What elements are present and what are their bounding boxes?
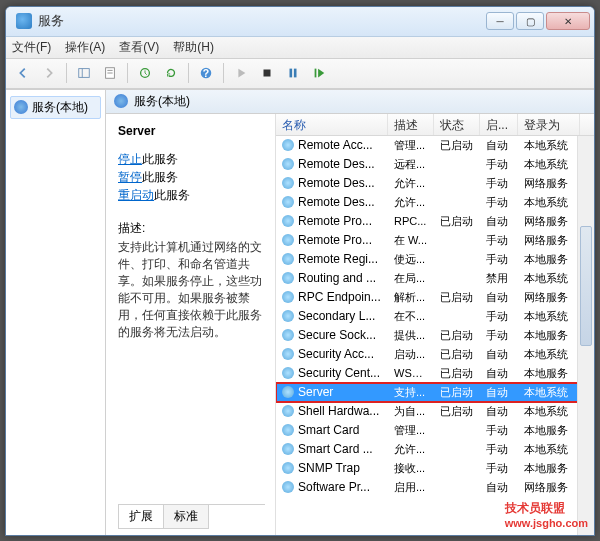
service-name: Secure Sock... bbox=[298, 328, 376, 342]
service-row[interactable]: Secure Sock...提供...已启动手动本地服务 bbox=[276, 326, 594, 345]
service-row[interactable]: Secondary L...在不...手动本地系统 bbox=[276, 307, 594, 326]
service-row[interactable]: Routing and ...在局...禁用本地系统 bbox=[276, 269, 594, 288]
maximize-button[interactable]: ▢ bbox=[516, 12, 544, 30]
service-desc: 启动... bbox=[388, 347, 434, 362]
show-hide-tree-button[interactable] bbox=[73, 62, 95, 84]
menu-view[interactable]: 查看(V) bbox=[119, 39, 159, 56]
service-icon bbox=[282, 348, 294, 360]
description-text: 支持此计算机通过网络的文件、打印、和命名管道共享。如果服务停止，这些功能不可用。… bbox=[118, 239, 265, 341]
nav-services-local[interactable]: 服务(本地) bbox=[10, 96, 101, 119]
service-row[interactable]: Remote Des...远程...手动本地系统 bbox=[276, 155, 594, 174]
titlebar[interactable]: 服务 ─ ▢ ✕ bbox=[6, 7, 594, 37]
stop-link[interactable]: 停止 bbox=[118, 152, 142, 166]
menu-file[interactable]: 文件(F) bbox=[12, 39, 51, 56]
service-row[interactable]: Security Acc...启动...已启动自动本地系统 bbox=[276, 345, 594, 364]
service-icon bbox=[282, 310, 294, 322]
service-desc: 允许... bbox=[388, 195, 434, 210]
minimize-button[interactable]: ─ bbox=[486, 12, 514, 30]
service-startup: 自动 bbox=[480, 404, 518, 419]
export-button[interactable] bbox=[134, 62, 156, 84]
service-logon: 本地服务 bbox=[518, 423, 580, 438]
back-button[interactable] bbox=[12, 62, 34, 84]
scrollbar-thumb[interactable] bbox=[580, 226, 592, 346]
service-startup: 禁用 bbox=[480, 271, 518, 286]
service-desc: 允许... bbox=[388, 442, 434, 457]
service-status: 已启动 bbox=[434, 366, 480, 381]
service-logon: 本地系统 bbox=[518, 404, 580, 419]
service-status: 已启动 bbox=[434, 347, 480, 362]
service-icon bbox=[282, 139, 294, 151]
col-desc[interactable]: 描述 bbox=[388, 114, 434, 135]
service-row[interactable]: Smart Card ...允许...手动本地系统 bbox=[276, 440, 594, 459]
restart-service-button[interactable] bbox=[308, 62, 330, 84]
service-row[interactable]: Shell Hardwa...为自...已启动自动本地系统 bbox=[276, 402, 594, 421]
service-row[interactable]: Server支持...已启动自动本地系统 bbox=[276, 383, 594, 402]
service-status: 已启动 bbox=[434, 328, 480, 343]
vertical-scrollbar[interactable] bbox=[577, 136, 594, 535]
col-startup[interactable]: 启... bbox=[480, 114, 518, 135]
svg-rect-10 bbox=[294, 69, 297, 78]
svg-text:?: ? bbox=[203, 67, 209, 79]
service-row[interactable]: Remote Des...允许...手动本地系统 bbox=[276, 193, 594, 212]
service-desc: 使远... bbox=[388, 252, 434, 267]
service-startup: 自动 bbox=[480, 480, 518, 495]
gear-icon bbox=[14, 100, 28, 114]
service-name: Smart Card ... bbox=[298, 442, 373, 456]
pause-service-button[interactable] bbox=[282, 62, 304, 84]
service-desc: 在 W... bbox=[388, 233, 434, 248]
service-icon bbox=[282, 177, 294, 189]
service-icon bbox=[282, 405, 294, 417]
service-row[interactable]: Software Pr...启用...自动网络服务 bbox=[276, 478, 594, 497]
nav-tree: 服务(本地) bbox=[6, 90, 106, 535]
service-name: SNMP Trap bbox=[298, 461, 360, 475]
service-row[interactable]: Remote Pro...在 W...手动网络服务 bbox=[276, 231, 594, 250]
help-button[interactable]: ? bbox=[195, 62, 217, 84]
service-icon bbox=[282, 443, 294, 455]
service-logon: 本地系统 bbox=[518, 385, 580, 400]
services-window: 服务 ─ ▢ ✕ 文件(F) 操作(A) 查看(V) 帮助(H) ? bbox=[5, 6, 595, 536]
tab-extended[interactable]: 扩展 bbox=[118, 505, 164, 529]
tab-standard[interactable]: 标准 bbox=[163, 505, 209, 529]
service-row[interactable]: RPC Endpoin...解析...已启动自动网络服务 bbox=[276, 288, 594, 307]
menu-help[interactable]: 帮助(H) bbox=[173, 39, 214, 56]
svg-rect-8 bbox=[264, 70, 271, 77]
stop-service-button[interactable] bbox=[256, 62, 278, 84]
service-desc: 解析... bbox=[388, 290, 434, 305]
forward-button[interactable] bbox=[38, 62, 60, 84]
svg-rect-9 bbox=[290, 69, 293, 78]
service-logon: 本地服务 bbox=[518, 366, 580, 381]
pause-link[interactable]: 暂停 bbox=[118, 170, 142, 184]
service-name: Remote Des... bbox=[298, 157, 375, 171]
refresh-button[interactable] bbox=[160, 62, 182, 84]
service-row[interactable]: Smart Card管理...手动本地服务 bbox=[276, 421, 594, 440]
close-button[interactable]: ✕ bbox=[546, 12, 590, 30]
service-logon: 本地系统 bbox=[518, 347, 580, 362]
col-name[interactable]: 名称 bbox=[276, 114, 388, 135]
service-row[interactable]: Remote Acc...管理...已启动自动本地系统 bbox=[276, 136, 594, 155]
service-logon: 网络服务 bbox=[518, 214, 580, 229]
gear-icon bbox=[114, 94, 128, 108]
properties-button[interactable] bbox=[99, 62, 121, 84]
service-desc: 支持... bbox=[388, 385, 434, 400]
service-row[interactable]: Remote Pro...RPC...已启动自动网络服务 bbox=[276, 212, 594, 231]
service-icon bbox=[282, 481, 294, 493]
service-row[interactable]: Remote Regi...使远...手动本地服务 bbox=[276, 250, 594, 269]
service-name: Remote Pro... bbox=[298, 214, 372, 228]
service-status: 已启动 bbox=[434, 290, 480, 305]
col-logon[interactable]: 登录为 bbox=[518, 114, 580, 135]
start-service-button[interactable] bbox=[230, 62, 252, 84]
service-icon bbox=[282, 272, 294, 284]
menu-action[interactable]: 操作(A) bbox=[65, 39, 105, 56]
service-desc: 接收... bbox=[388, 461, 434, 476]
service-icon bbox=[282, 367, 294, 379]
service-row[interactable]: Security Cent...WSC...已启动自动本地服务 bbox=[276, 364, 594, 383]
service-icon bbox=[282, 462, 294, 474]
service-list: 名称 描述 状态 启... 登录为 Remote Acc...管理...已启动自… bbox=[276, 114, 594, 535]
service-row[interactable]: SNMP Trap接收...手动本地服务 bbox=[276, 459, 594, 478]
col-status[interactable]: 状态 bbox=[434, 114, 480, 135]
service-logon: 网络服务 bbox=[518, 480, 580, 495]
service-icon bbox=[282, 291, 294, 303]
restart-link[interactable]: 重启动 bbox=[118, 188, 154, 202]
service-status: 已启动 bbox=[434, 214, 480, 229]
service-row[interactable]: Remote Des...允许...手动网络服务 bbox=[276, 174, 594, 193]
